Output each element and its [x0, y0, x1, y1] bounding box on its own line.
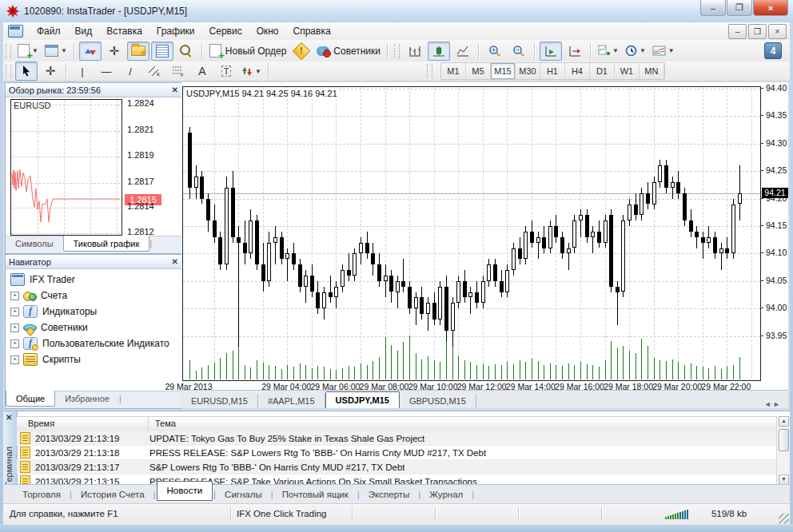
- status-mode-text[interactable]: IFX One Click Trading: [237, 509, 326, 518]
- timeframe-button[interactable]: M5: [466, 63, 491, 79]
- mdi-close-button[interactable]: ×: [768, 24, 787, 39]
- tree-item-root[interactable]: IFX Trader: [6, 272, 181, 288]
- news-row[interactable]: 2013/03/29 21:13:19UPDATE: Tokyo Gas To …: [17, 431, 777, 446]
- timeframe-button[interactable]: D1: [590, 63, 615, 79]
- menu-item[interactable]: Справка: [286, 23, 338, 39]
- tree-item[interactable]: +fПользовательские Индикато: [6, 335, 181, 351]
- menu-item[interactable]: Окно: [249, 23, 286, 39]
- tick-chart[interactable]: EURUSD: [10, 99, 122, 236]
- fibonacci-tool[interactable]: F: [167, 62, 189, 81]
- data-window-button[interactable]: ✛: [103, 42, 126, 61]
- terminal-tab[interactable]: Новости: [157, 481, 213, 501]
- tree-item[interactable]: +Советники: [6, 320, 181, 335]
- timeframe-button[interactable]: M15: [491, 63, 516, 79]
- timeframe-button[interactable]: M30: [516, 63, 540, 79]
- expand-plus-icon[interactable]: +: [10, 308, 19, 316]
- tab-scroll-arrows[interactable]: ◄ ►: [764, 400, 788, 408]
- warning-icon[interactable]: !: [290, 42, 313, 61]
- candlestick-chart[interactable]: USDJPY,M15 94.21 94.25 94.16 94.21: [182, 86, 761, 381]
- resize-grip[interactable]: [779, 514, 789, 524]
- toolbar-gripper[interactable]: [427, 64, 432, 78]
- bar-chart-button[interactable]: [404, 42, 426, 61]
- chart-tab[interactable]: EURUSD,M15: [181, 394, 258, 408]
- toolbar-gripper[interactable]: [6, 44, 11, 58]
- symbols-button[interactable]: ★: [127, 42, 149, 61]
- menu-item[interactable]: Графики: [149, 23, 202, 39]
- text-tool[interactable]: A: [191, 62, 213, 81]
- minimize-button[interactable]: –: [700, 0, 726, 16]
- terminal-tab[interactable]: История Счета: [73, 487, 153, 502]
- terminal-toggle[interactable]: [175, 42, 197, 61]
- chart-window-icon[interactable]: [8, 25, 23, 38]
- market-watch-tab[interactable]: Символы: [6, 236, 63, 251]
- expert-advisors-button[interactable]: Советники: [314, 42, 383, 61]
- close-button[interactable]: ×: [753, 0, 788, 16]
- tree-item[interactable]: +Счета: [6, 288, 181, 304]
- navigator-close-icon[interactable]: ✕: [172, 257, 178, 266]
- navigator-tab[interactable]: Общие: [6, 391, 55, 407]
- maximize-button[interactable]: ❐: [727, 0, 752, 16]
- arrows-tool[interactable]: ▼: [239, 62, 264, 81]
- auto-scroll-button[interactable]: [540, 42, 562, 61]
- column-header-time[interactable]: Время: [17, 417, 149, 431]
- timeframe-button[interactable]: MN: [640, 63, 664, 79]
- toolbar-gripper[interactable]: [6, 64, 11, 78]
- zoom-in-button[interactable]: [484, 42, 506, 61]
- cursor-tool[interactable]: [15, 62, 38, 81]
- tree-item[interactable]: +Скрипты: [6, 351, 181, 367]
- scroll-up-icon[interactable]: ▲: [779, 416, 789, 427]
- chart-tab[interactable]: #AAPL,M15: [258, 394, 325, 408]
- timeframe-button[interactable]: M1: [441, 63, 466, 79]
- terminal-tab[interactable]: Журнал: [421, 487, 471, 502]
- periods-button[interactable]: ▼: [623, 42, 648, 61]
- terminal-tab[interactable]: Эксперты: [361, 487, 417, 502]
- column-header-topic[interactable]: Тема: [149, 417, 176, 431]
- menu-item[interactable]: Сервис: [202, 23, 249, 39]
- mdi-restore-button[interactable]: ❐: [748, 24, 767, 39]
- menu-item[interactable]: Вставка: [99, 23, 149, 39]
- news-row[interactable]: 2013/03/29 21:13:17S&P Lowers Rtg To 'BB…: [17, 460, 777, 474]
- expand-plus-icon[interactable]: +: [10, 339, 19, 348]
- market-watch-tab[interactable]: Тиковый график: [63, 236, 150, 252]
- navigator-tab[interactable]: Избранное: [55, 391, 119, 406]
- market-watch-close-icon[interactable]: ✕: [172, 85, 178, 94]
- vertical-line-tool[interactable]: |: [71, 62, 94, 81]
- scrollbar-thumb[interactable]: [779, 429, 789, 451]
- toolbar-gripper[interactable]: [394, 44, 400, 58]
- title-bar[interactable]: 1020890: InstaTrader - [USDJPY,M15] – ❐ …: [0, 0, 793, 23]
- indicators-button[interactable]: ▼: [596, 42, 621, 61]
- text-label-tool[interactable]: T: [215, 62, 237, 81]
- timeframe-button[interactable]: H1: [540, 63, 565, 79]
- navigator-titlebar[interactable]: Навигатор ✕: [6, 255, 181, 269]
- horizontal-line-tool[interactable]: —: [95, 62, 118, 81]
- expand-plus-icon[interactable]: +: [10, 324, 19, 332]
- navigator-toggle[interactable]: [151, 42, 173, 61]
- timeframe-button[interactable]: W1: [615, 63, 640, 79]
- menu-item[interactable]: Файл: [30, 23, 68, 39]
- crosshair-tool[interactable]: ✛: [39, 62, 62, 81]
- terminal-scrollbar[interactable]: ▲ ▼: [776, 416, 790, 485]
- tree-item[interactable]: +fИндикаторы: [6, 304, 181, 320]
- chart-tab[interactable]: GBPUSD,M15: [400, 394, 476, 408]
- trendline-tool[interactable]: /: [119, 62, 141, 81]
- expand-plus-icon[interactable]: +: [10, 355, 19, 364]
- expand-plus-icon[interactable]: +: [10, 292, 19, 300]
- terminal-tab[interactable]: Почтовый ящик: [274, 487, 357, 502]
- zoom-out-button[interactable]: [508, 42, 530, 61]
- templates-button[interactable]: ▼: [650, 42, 677, 61]
- new-order-button[interactable]: + Новый Ордер: [207, 42, 289, 61]
- chart-shift-button[interactable]: [564, 42, 586, 61]
- new-chart-button[interactable]: +▼: [15, 42, 41, 61]
- terminal-tab[interactable]: Сигналы: [217, 487, 270, 502]
- equidistant-channel-tool[interactable]: E: [143, 62, 165, 81]
- candlestick-chart-button[interactable]: [428, 42, 450, 61]
- price-axis[interactable]: 94.4094.3594.3094.2594.2094.1594.1094.05…: [760, 86, 788, 379]
- timeframe-button[interactable]: H4: [565, 63, 590, 79]
- terminal-close-icon[interactable]: ✕: [6, 413, 12, 422]
- market-watch-toggle[interactable]: [79, 42, 102, 61]
- market-watch-titlebar[interactable]: Обзор рынка: 23:59:56 ✕: [6, 83, 181, 97]
- terminal-tab[interactable]: Торговля: [14, 487, 69, 502]
- profiles-button[interactable]: ▼: [42, 42, 70, 61]
- menu-item[interactable]: Вид: [68, 23, 100, 39]
- notifications-badge[interactable]: 4: [764, 42, 782, 59]
